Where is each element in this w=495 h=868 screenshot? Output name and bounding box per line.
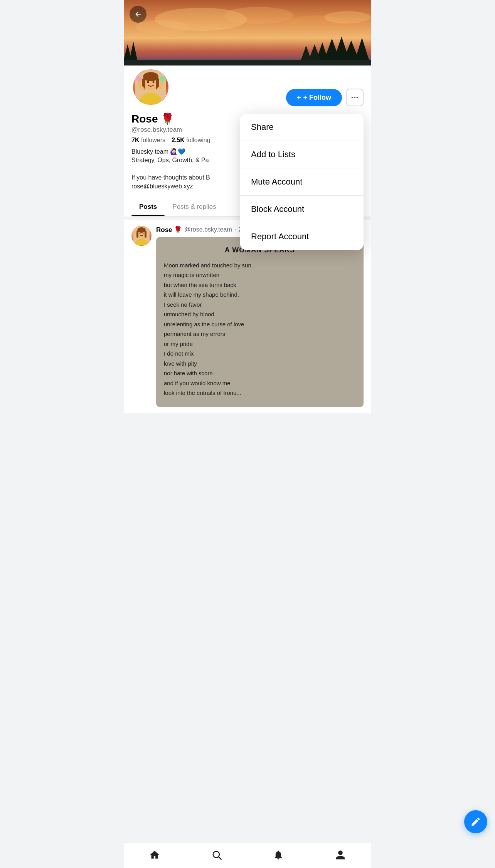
mute-account-label: Mute Account	[251, 177, 302, 187]
svg-point-25	[153, 81, 155, 83]
dropdown-menu: Share Add to Lists Mute Account Block Ac…	[240, 114, 364, 250]
svg-point-28	[160, 76, 165, 82]
follow-button[interactable]: + + Follow	[286, 89, 342, 106]
post-avatar-illustration	[133, 226, 150, 245]
poem-line-12: and if you would know me	[164, 378, 356, 388]
more-options-button[interactable]	[346, 89, 364, 106]
back-arrow-icon	[134, 10, 142, 18]
svg-point-30	[352, 97, 353, 98]
poem-line-10: love with pity	[164, 359, 356, 369]
poem-line-11: nor hate with scorn	[164, 368, 356, 378]
svg-point-36	[137, 227, 146, 233]
svg-point-2	[224, 7, 293, 24]
tab-posts-label: Posts	[139, 203, 157, 210]
back-button[interactable]	[130, 6, 146, 23]
post-avatar-image	[131, 226, 152, 246]
tab-posts[interactable]: Posts	[131, 198, 165, 216]
tab-posts-replies[interactable]: Posts & replies	[165, 198, 224, 216]
svg-point-24	[147, 81, 149, 83]
following-count: 2.5K	[172, 137, 185, 143]
avatar-illustration	[135, 70, 166, 104]
poem-line-7: permanent as my errors	[164, 329, 356, 339]
poem-line-13: look into the entrails of Ironu...	[164, 388, 356, 398]
post-content: Rose 🌹 @rose.bsky.team · 2h A WOMAN SPEA…	[156, 226, 364, 407]
avatar-row: + + Follow	[131, 65, 364, 111]
following-label: following	[186, 137, 210, 143]
poem-line-8: or my pride	[164, 339, 356, 349]
dropdown-item-report[interactable]: Report Account	[240, 223, 364, 250]
following-stat[interactable]: 2.5K following	[172, 137, 210, 144]
svg-point-4	[135, 20, 189, 34]
follow-label: + Follow	[303, 94, 331, 102]
post-author-name: Rose 🌹	[156, 226, 182, 234]
profile-name-text: Rose	[131, 113, 158, 125]
svg-point-40	[143, 232, 144, 233]
report-account-label: Report Account	[251, 232, 309, 242]
block-account-label: Block Account	[251, 204, 304, 214]
poem-line-0: Moon marked and touched by sun	[164, 260, 356, 270]
poem-line-3: it will leave my shape behind.	[164, 290, 356, 300]
poem-line-9: I do not mix	[164, 349, 356, 359]
avatar-image	[133, 69, 168, 105]
dropdown-item-mute[interactable]: Mute Account	[240, 168, 364, 195]
dropdown-item-block[interactable]: Block Account	[240, 196, 364, 223]
poem-line-2: but when the sea turns back	[164, 280, 356, 290]
dropdown-item-add-to-lists[interactable]: Add to Lists	[240, 141, 364, 168]
svg-point-5	[324, 11, 370, 24]
svg-point-32	[357, 97, 358, 98]
more-dots-icon	[350, 93, 359, 102]
post-author-avatar	[131, 226, 152, 246]
action-buttons: + + Follow	[286, 65, 364, 106]
post-time-separator: ·	[234, 226, 236, 233]
poem-line-1: my magic is unwritten	[164, 270, 356, 280]
profile-name-emoji: 🌹	[161, 112, 174, 125]
poem-line-5: untouched by blood	[164, 309, 356, 319]
post-image-card: A WOMAN SPEAKS Moon marked and touched b…	[156, 237, 364, 407]
svg-point-26	[136, 76, 142, 82]
followers-stat[interactable]: 7K followers	[131, 137, 165, 144]
svg-point-39	[140, 232, 141, 233]
add-to-lists-label: Add to Lists	[251, 149, 295, 159]
svg-point-31	[354, 97, 355, 98]
svg-rect-38	[145, 231, 146, 238]
post-image-poem: Moon marked and touched by sun my magic …	[164, 260, 356, 398]
tab-posts-replies-label: Posts & replies	[172, 203, 216, 210]
followers-count: 7K	[131, 137, 139, 143]
followers-label: followers	[141, 137, 165, 143]
poem-line-4: I seek no favor	[164, 300, 356, 310]
dropdown-item-share[interactable]: Share	[240, 114, 364, 141]
svg-rect-37	[136, 231, 138, 238]
share-label: Share	[251, 122, 274, 132]
bottom-spacer	[124, 416, 371, 447]
poem-line-6: unrelenting as the curse of love	[164, 319, 356, 329]
follow-plus-icon: +	[297, 94, 301, 102]
avatar	[131, 68, 170, 106]
post-author-handle: @rose.bsky.team	[184, 226, 232, 233]
